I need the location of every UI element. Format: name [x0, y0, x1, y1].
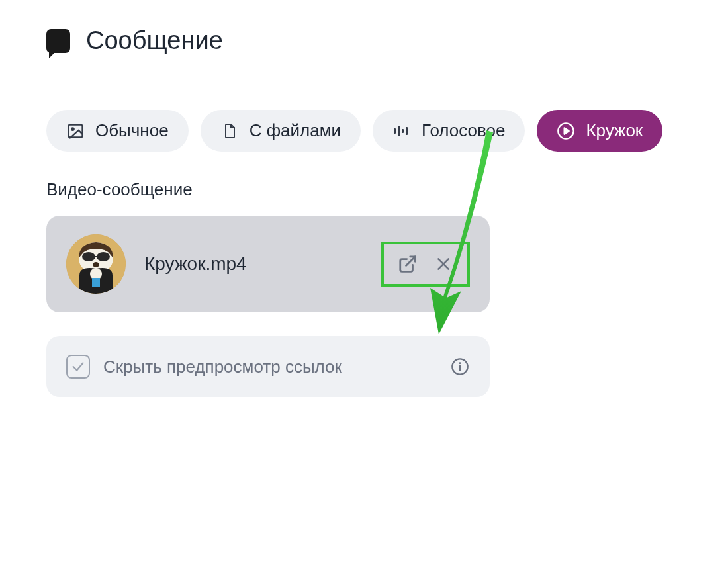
- info-button[interactable]: [450, 357, 470, 377]
- image-icon: [66, 122, 85, 140]
- video-thumbnail: [66, 234, 126, 294]
- tab-circle-label: Кружок: [586, 120, 643, 141]
- svg-point-1: [71, 128, 74, 130]
- svg-marker-7: [565, 128, 569, 134]
- svg-rect-15: [92, 278, 100, 287]
- tab-regular-label: Обычное: [95, 120, 169, 141]
- tab-voice[interactable]: Голосовое: [373, 110, 525, 152]
- tab-regular[interactable]: Обычное: [46, 110, 189, 152]
- hide-preview-checkbox[interactable]: [66, 355, 90, 379]
- tab-voice-label: Голосовое: [422, 120, 505, 141]
- tab-files-label: С файлами: [250, 120, 341, 141]
- svg-rect-2: [394, 128, 396, 134]
- svg-rect-4: [402, 129, 404, 133]
- svg-point-21: [459, 362, 461, 364]
- svg-rect-5: [406, 127, 408, 135]
- waveform-icon: [392, 122, 411, 140]
- file-actions-highlight: [381, 242, 470, 287]
- header-title: Сообщение: [86, 26, 223, 55]
- video-message-label: Видео-сообщение: [46, 179, 682, 200]
- filename-label: Кружок.mp4: [144, 253, 381, 275]
- play-circle-icon: [557, 122, 575, 140]
- header: Сообщение: [0, 0, 728, 79]
- message-type-tabs: Обычное С файлами Голосовое Кружок: [46, 110, 682, 152]
- svg-point-13: [93, 262, 99, 267]
- message-icon: [46, 29, 70, 53]
- tab-circle[interactable]: Кружок: [537, 110, 662, 152]
- remove-file-button[interactable]: [433, 253, 454, 275]
- open-external-button[interactable]: [397, 253, 418, 275]
- file-attachment-card: Кружок.mp4: [46, 216, 490, 312]
- tab-files[interactable]: С файлами: [201, 110, 361, 152]
- content-area: Обычное С файлами Голосовое Кружок Видео…: [0, 79, 728, 397]
- svg-rect-3: [398, 126, 400, 136]
- svg-point-10: [82, 252, 95, 261]
- hide-preview-label: Скрыть предпросмотр ссылок: [103, 357, 437, 377]
- hide-preview-option: Скрыть предпросмотр ссылок: [46, 336, 490, 397]
- file-icon: [220, 122, 239, 140]
- svg-rect-12: [95, 256, 97, 257]
- svg-point-11: [97, 252, 110, 261]
- svg-line-16: [406, 257, 416, 266]
